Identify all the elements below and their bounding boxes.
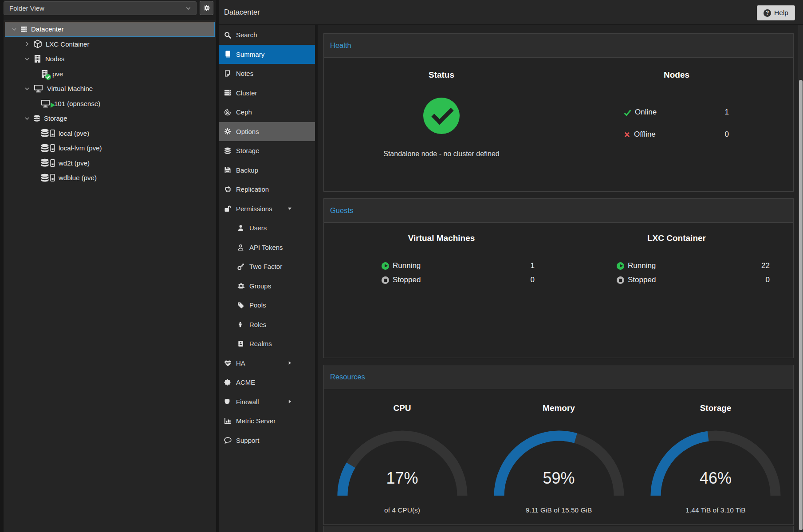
guest-row-virtual-machines-stopped: Stopped0 xyxy=(382,273,535,287)
chevron-down-icon xyxy=(185,5,192,12)
tree-item-lxc-container[interactable]: LXC Container xyxy=(4,37,216,52)
proxmox-datacenter-screen: { "colors": { "accent": "#0868ac", "sect… xyxy=(0,0,803,532)
collapsed-arrow-icon xyxy=(287,361,292,365)
acme-icon xyxy=(224,379,232,386)
gauge-detail-label: 1.44 TiB of 3.10 TiB xyxy=(637,506,794,514)
chevron-down-icon[interactable] xyxy=(24,116,31,121)
tree-item-storage[interactable]: Storage xyxy=(4,111,216,126)
ceph-icon xyxy=(224,109,232,116)
page-title: Datacenter xyxy=(224,0,260,24)
server-icon xyxy=(224,89,232,96)
next-panel-edge xyxy=(323,526,794,532)
book-icon xyxy=(224,51,232,58)
menu-item-notes[interactable]: Notes xyxy=(219,64,315,83)
chevron-down-icon[interactable] xyxy=(11,27,18,32)
menu-item-label: Notes xyxy=(236,70,253,77)
scrollbar-thumb[interactable] xyxy=(799,80,803,530)
help-button[interactable]: ? Help xyxy=(757,5,795,20)
menu-item-storage[interactable]: Storage xyxy=(219,141,315,161)
guest-count-value: 0 xyxy=(531,276,535,284)
menu-item-cluster[interactable]: Cluster xyxy=(219,83,315,103)
tree-settings-button[interactable] xyxy=(200,1,213,15)
content-scrollbar[interactable] xyxy=(798,25,803,532)
menu-item-ha[interactable]: HA xyxy=(219,354,315,373)
menu-item-two-factor[interactable]: Two Factor xyxy=(219,257,315,276)
tree-item-wdblue-pve[interactable]: wdblue (pve) xyxy=(4,170,216,185)
play-circle-icon xyxy=(617,262,624,270)
note-icon xyxy=(224,70,232,77)
gauge-heading: Memory xyxy=(480,403,637,413)
tree-item-wd2t-pve[interactable]: wd2t (pve) xyxy=(4,156,216,171)
guests-panel-title: Guests xyxy=(324,199,793,223)
building-icon xyxy=(40,69,49,79)
tree-item-virtual-machine[interactable]: Virtual Machine xyxy=(4,81,216,96)
menu-item-acme[interactable]: ACME xyxy=(219,373,315,392)
menu-item-metric-server[interactable]: Metric Server xyxy=(219,411,315,431)
resources-panel: Resources CPU17%of 4 CPU(s)Memory59%9.11… xyxy=(323,365,794,525)
chevron-down-icon[interactable] xyxy=(24,56,31,62)
node-status-value: 0 xyxy=(725,130,729,139)
tree-item-label: Nodes xyxy=(45,55,64,63)
menu-item-label: Roles xyxy=(249,321,266,328)
node-status-row-online: Online1 xyxy=(624,106,729,118)
retweet-icon xyxy=(224,185,232,193)
guest-state-label: Running xyxy=(628,261,656,270)
menu-item-label: HA xyxy=(236,359,245,367)
guest-count-value: 0 xyxy=(766,276,770,284)
menu-item-backup[interactable]: Backup xyxy=(219,161,315,180)
menu-item-support[interactable]: Support xyxy=(219,431,315,450)
menu-item-search[interactable]: Search xyxy=(219,25,315,45)
node-status-label: Online xyxy=(635,108,657,117)
menu-item-options[interactable]: Options xyxy=(219,122,315,142)
tree-item-datacenter[interactable]: Datacenter xyxy=(5,22,215,37)
addressbook-icon xyxy=(237,340,245,347)
menu-item-label: Ceph xyxy=(236,108,252,116)
tags-icon xyxy=(237,302,245,309)
menu-item-users[interactable]: Users xyxy=(219,218,315,238)
menu-item-label: Search xyxy=(236,31,257,39)
tree-item-label: wd2t (pve) xyxy=(59,159,90,167)
node-status-value: 1 xyxy=(725,108,729,117)
guest-row-lxc-container-stopped: Stopped0 xyxy=(617,273,770,287)
user-icon xyxy=(237,225,245,231)
gauge-percent-value: 46% xyxy=(637,469,794,488)
menu-item-api-tokens[interactable]: API Tokens xyxy=(219,238,315,257)
comment-icon xyxy=(224,437,232,444)
chevron-down-icon[interactable] xyxy=(24,86,31,91)
gauge-detail-label: of 4 CPU(s) xyxy=(324,506,480,514)
database-icon xyxy=(33,115,40,122)
guest-row-virtual-machines-running: Running1 xyxy=(382,259,535,272)
gear-icon xyxy=(224,128,232,135)
menu-item-ceph[interactable]: Ceph xyxy=(219,102,315,122)
health-panel-title: Health xyxy=(324,34,793,58)
menu-item-permissions[interactable]: Permissions xyxy=(219,199,315,219)
menu-item-groups[interactable]: Groups xyxy=(219,276,315,296)
menu-item-label: Two Factor xyxy=(249,263,282,270)
tree-item-label: Virtual Machine xyxy=(47,85,93,92)
unlock-icon xyxy=(224,205,232,212)
cpu-gauge-arc xyxy=(336,428,469,499)
tree-item-local-pve[interactable]: local (pve) xyxy=(4,126,216,141)
menu-item-firewall[interactable]: Firewall xyxy=(219,392,315,412)
menu-item-pools[interactable]: Pools xyxy=(219,296,315,315)
tree-item-label: LXC Container xyxy=(46,40,89,48)
menu-item-roles[interactable]: Roles xyxy=(219,315,315,335)
tree-item-label: Storage xyxy=(44,114,67,122)
menu-item-label: Support xyxy=(236,437,260,444)
tree-item-101-opnsense[interactable]: 101 (opnsense) xyxy=(4,96,216,111)
menu-item-realms[interactable]: Realms xyxy=(219,334,315,354)
chevron-right-icon[interactable] xyxy=(24,41,31,47)
search-icon xyxy=(224,32,232,39)
menu-item-summary[interactable]: Summary xyxy=(219,45,315,64)
tree-item-nodes[interactable]: Nodes xyxy=(4,51,216,67)
tree-item-pve[interactable]: pve xyxy=(4,67,216,82)
guests-column-heading: LXC Container xyxy=(559,233,794,243)
check-icon xyxy=(624,109,631,116)
view-selector-combobox[interactable]: Folder View xyxy=(4,1,197,15)
expanded-arrow-icon xyxy=(287,206,292,211)
guest-count-value: 1 xyxy=(531,261,535,270)
running-check-badge xyxy=(45,74,51,80)
menu-item-replication[interactable]: Replication xyxy=(219,180,315,199)
tree-item-local-lvm-pve[interactable]: local-lvm (pve) xyxy=(4,141,216,156)
menu-item-label: Summary xyxy=(236,51,264,58)
